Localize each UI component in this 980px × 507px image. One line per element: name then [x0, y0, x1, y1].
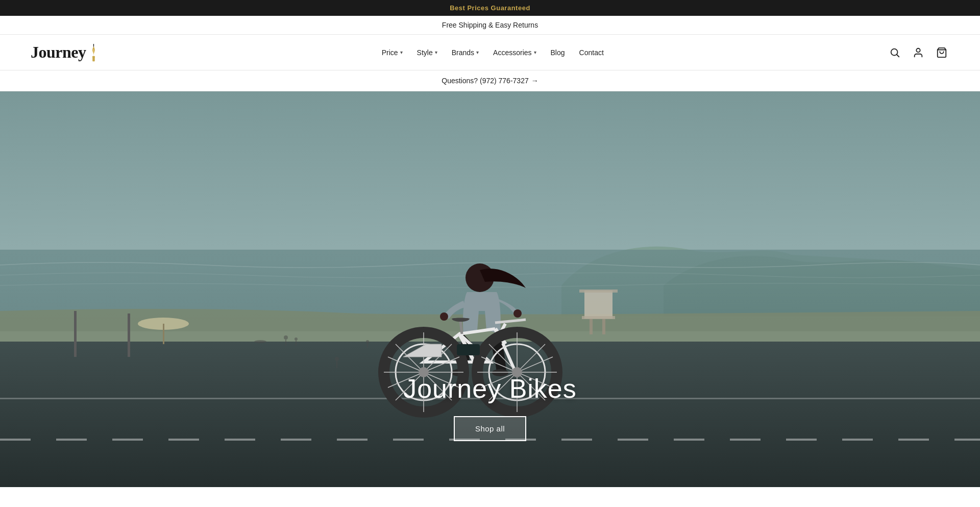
hero-overlay: Journey Bikes Shop all [0, 91, 980, 487]
login-button[interactable] [911, 45, 926, 60]
svg-point-3 [891, 49, 898, 55]
nav-item-contact[interactable]: Contact [579, 49, 604, 57]
logo-link[interactable]: Journey [31, 43, 99, 62]
hero-section: Journey Bikes Shop all [0, 91, 980, 487]
svg-point-1 [92, 56, 94, 58]
nav-contact-label: Contact [579, 49, 604, 57]
user-icon [913, 47, 924, 58]
questions-link[interactable]: Questions? (972) 776-7327 → [442, 77, 538, 85]
nav-blog-label: Blog [551, 49, 565, 57]
cart-icon [936, 47, 947, 58]
nav-item-style[interactable]: Style ▾ [417, 49, 437, 57]
chevron-down-icon: ▾ [534, 50, 536, 55]
chevron-down-icon: ▾ [476, 50, 479, 55]
svg-line-4 [897, 55, 899, 57]
announcement-second-text: Free Shipping & Easy Returns [442, 21, 538, 29]
chevron-down-icon: ▾ [435, 50, 437, 55]
site-header: Journey Price ▾ Style ▾ Brands ▾ [0, 35, 980, 70]
nav-brands-label: Brands [452, 49, 474, 57]
announcement-bar-top: Best Prices Guaranteed [0, 0, 980, 16]
announcement-bar-second: Free Shipping & Easy Returns [0, 16, 980, 35]
header-icons [887, 45, 949, 60]
shop-all-button[interactable]: Shop all [454, 416, 526, 441]
arrow-icon: → [531, 77, 538, 85]
nav-item-brands[interactable]: Brands ▾ [452, 49, 479, 57]
main-nav: Price ▾ Style ▾ Brands ▾ Accessories ▾ B… [382, 49, 604, 57]
search-icon [889, 47, 900, 58]
nav-accessories-label: Accessories [493, 49, 531, 57]
nav-price-label: Price [382, 49, 398, 57]
nav-item-accessories[interactable]: Accessories ▾ [493, 49, 536, 57]
logo-icon [88, 43, 99, 62]
announcement-top-text: Best Prices Guaranteed [450, 4, 530, 12]
cart-button[interactable] [934, 45, 949, 60]
questions-bar[interactable]: Questions? (972) 776-7327 → [0, 70, 980, 91]
svg-point-5 [916, 48, 920, 52]
hero-title: Journey Bikes [403, 373, 577, 404]
nav-item-blog[interactable]: Blog [551, 49, 565, 57]
nav-item-price[interactable]: Price ▾ [382, 49, 403, 57]
nav-style-label: Style [417, 49, 433, 57]
questions-text: Questions? (972) 776-7327 [442, 77, 528, 85]
search-button[interactable] [887, 45, 902, 60]
chevron-down-icon: ▾ [400, 50, 403, 55]
logo-text: Journey [31, 43, 86, 62]
